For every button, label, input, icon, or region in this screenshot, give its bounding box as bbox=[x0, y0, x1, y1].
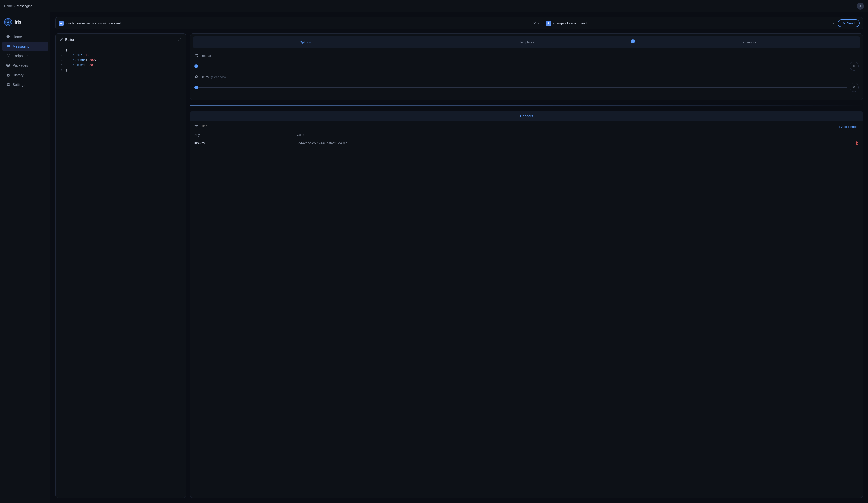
home-icon bbox=[6, 35, 10, 39]
code-line-3: 3 "Green": 200, bbox=[55, 58, 186, 63]
line-content-5: } bbox=[66, 69, 68, 72]
code-line-4: 4 "Blue": 220 bbox=[55, 63, 186, 69]
sidebar-label-home: Home bbox=[13, 35, 22, 39]
format-icon bbox=[170, 37, 173, 41]
line-num-1: 1 bbox=[55, 48, 66, 52]
main-content: ✕ ▾ ▾ Send bbox=[50, 12, 868, 503]
history-icon bbox=[6, 73, 10, 77]
user-icon bbox=[859, 4, 862, 8]
breadcrumb-current: Messaging bbox=[17, 4, 32, 8]
right-panel: Options Templates 1 Framework bbox=[190, 33, 863, 498]
repeat-slider-row: 0 bbox=[195, 62, 859, 71]
tab-options-label: Options bbox=[300, 40, 311, 44]
line-content-2: "Red": 10, bbox=[66, 53, 91, 57]
svg-marker-5 bbox=[547, 22, 550, 24]
code-line-5: 5 } bbox=[55, 69, 186, 73]
sidebar-label-packages: Packages bbox=[13, 63, 28, 68]
sidebar-label-settings: Settings bbox=[13, 83, 25, 87]
headers-panel: Headers + Add Header bbox=[190, 111, 863, 498]
filter-input-group bbox=[195, 124, 836, 129]
tab-framework[interactable]: Framework bbox=[638, 38, 858, 46]
app-layout: Iris Home Messaging Endpoints bbox=[0, 12, 868, 503]
code-editor-area[interactable]: 1 { 2 "Red": 10, 3 "Green": 200, 4 "Bl bbox=[55, 45, 186, 498]
header-value-1: 5d442eee-e575-4487-84df-2e491a... bbox=[297, 139, 824, 147]
repeat-slider[interactable] bbox=[195, 66, 847, 67]
sidebar-nav: Home Messaging Endpoints Packages bbox=[0, 32, 50, 491]
filter-icon bbox=[195, 124, 198, 128]
delay-slider-row: 0 bbox=[195, 83, 859, 92]
repeat-option-row: Repeat bbox=[195, 54, 859, 58]
svg-point-2 bbox=[9, 54, 10, 56]
header-row-1: iris-key 5d442eee-e575-4487-84df-2e491a.… bbox=[195, 139, 859, 147]
line-content-1: { bbox=[66, 48, 68, 52]
line-num-2: 2 bbox=[55, 53, 66, 57]
expand-icon bbox=[177, 37, 181, 41]
line-num-5: 5 bbox=[55, 69, 66, 72]
topic-group: ▾ bbox=[546, 21, 835, 26]
tab-options[interactable]: Options bbox=[195, 38, 415, 46]
breadcrumb: Home / Messaging bbox=[4, 4, 32, 8]
col-header-key: Key bbox=[195, 132, 297, 139]
user-avatar-button[interactable] bbox=[857, 2, 864, 10]
line-content-3: "Green": 200, bbox=[66, 58, 96, 62]
svg-rect-8 bbox=[170, 40, 173, 40]
messaging-icon bbox=[6, 44, 10, 48]
settings-icon bbox=[6, 83, 10, 87]
sidebar-label-history: History bbox=[13, 73, 24, 77]
headers-body: + Add Header Key Value bbox=[190, 121, 863, 150]
tab-framework-label: Framework bbox=[740, 40, 756, 44]
templates-badge: 1 bbox=[631, 39, 635, 43]
endpoints-icon bbox=[6, 54, 10, 58]
editor-actions bbox=[169, 37, 182, 42]
back-button[interactable]: ← bbox=[4, 493, 46, 497]
headers-title-bar[interactable]: Headers bbox=[190, 111, 863, 121]
sidebar-item-history[interactable]: History bbox=[2, 70, 48, 80]
editor-panel: Editor bbox=[55, 33, 186, 498]
repeat-value: 0 bbox=[850, 62, 859, 71]
connection-input-group: ✕ ▾ bbox=[59, 21, 543, 26]
svg-point-1 bbox=[7, 54, 8, 56]
breadcrumb-home[interactable]: Home bbox=[4, 4, 13, 8]
svg-rect-6 bbox=[170, 38, 173, 38]
headers-title: Headers bbox=[520, 114, 534, 118]
add-header-button[interactable]: + Add Header bbox=[839, 125, 859, 129]
tab-templates[interactable]: Templates 1 bbox=[416, 38, 637, 46]
connection-dropdown-button[interactable]: ▾ bbox=[538, 22, 540, 25]
connection-url-input[interactable] bbox=[66, 21, 530, 25]
send-button[interactable]: Send bbox=[838, 19, 860, 27]
sidebar-item-settings[interactable]: Settings bbox=[2, 80, 48, 89]
sidebar-bottom: ← bbox=[0, 491, 50, 499]
topic-input[interactable] bbox=[553, 21, 831, 25]
topic-triangle-icon bbox=[547, 22, 550, 25]
pencil-icon bbox=[60, 38, 63, 41]
topic-dropdown-button[interactable]: ▾ bbox=[833, 22, 835, 25]
filter-row: + Add Header bbox=[195, 124, 859, 129]
col-header-value: Value bbox=[297, 132, 824, 139]
svg-rect-7 bbox=[170, 39, 172, 39]
connection-close-button[interactable]: ✕ bbox=[533, 21, 536, 26]
sidebar-item-packages[interactable]: Packages bbox=[2, 61, 48, 70]
line-num-4: 4 bbox=[55, 63, 66, 67]
back-arrow-icon: ← bbox=[4, 493, 7, 497]
add-header-label: + Add Header bbox=[839, 125, 859, 129]
topic-icon bbox=[546, 21, 551, 26]
sidebar-item-messaging[interactable]: Messaging bbox=[2, 42, 48, 51]
delay-icon bbox=[195, 75, 198, 79]
tab-templates-label: Templates bbox=[519, 40, 534, 44]
filter-input[interactable] bbox=[199, 124, 836, 128]
options-tabs: Options Templates 1 Framework bbox=[193, 36, 860, 48]
header-delete-button-1[interactable]: 🗑 bbox=[855, 141, 859, 145]
line-num-3: 3 bbox=[55, 58, 66, 62]
sidebar-brand-name: Iris bbox=[14, 20, 21, 25]
packages-icon bbox=[6, 63, 10, 68]
editor-expand-button[interactable] bbox=[176, 37, 182, 42]
delay-slider[interactable] bbox=[195, 87, 847, 88]
send-label: Send bbox=[847, 21, 855, 25]
editor-format-button[interactable] bbox=[169, 37, 174, 42]
repeat-label: Repeat bbox=[200, 54, 211, 58]
sidebar-item-home[interactable]: Home bbox=[2, 32, 48, 41]
sidebar-item-endpoints[interactable]: Endpoints bbox=[2, 51, 48, 60]
delay-option-row: Delay (Seconds) bbox=[195, 75, 859, 79]
sidebar-label-messaging: Messaging bbox=[13, 44, 30, 48]
service-bus-icon bbox=[59, 21, 64, 26]
